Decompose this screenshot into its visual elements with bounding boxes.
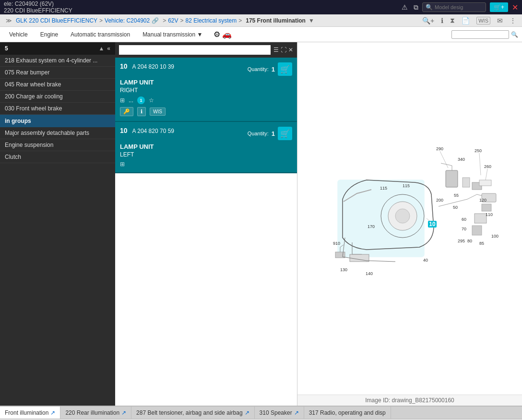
thumb-tab-radio-label: 317 Radio, operating and disp — [309, 409, 386, 416]
thumbnail-tabs: Front illumination ↗ 220 Rear illuminati… — [0, 407, 522, 419]
sidebar-up-icon[interactable]: ▲ — [98, 45, 104, 52]
parts-search-input[interactable] — [119, 45, 271, 55]
thumb-tab-radio[interactable]: 317 Radio, operating and disp — [304, 407, 391, 419]
breadcrumb-electrical[interactable]: 82 Electrical system — [186, 17, 237, 24]
thumb-tab-front-edit-icon[interactable]: ↗ — [50, 409, 55, 416]
tab-vehicle[interactable]: Vehicle — [4, 29, 33, 40]
sidebar-page-number: 5 — [5, 45, 8, 52]
part-1-code: A 204 820 10 39 — [132, 63, 174, 70]
part-2-number-row: 10 A 204 820 70 59 — [120, 127, 174, 134]
part-1-info-icon[interactable]: ℹ — [137, 107, 146, 116]
expand-icon[interactable]: ⛶ — [281, 47, 286, 53]
vehicle-info: ele: C204902 (62V) 220 CDI BlueEFFICIENC… — [4, 0, 72, 14]
sidebar-item-200[interactable]: 200 Charge air cooling — [0, 91, 115, 103]
svg-text:130: 130 — [340, 267, 347, 272]
part-2-name: LAMP UNIT — [120, 143, 292, 150]
part-1-key-icon[interactable]: 🔑 — [120, 107, 133, 116]
main-layout: 5 ▲ « 218 Exhaust system on 4-cylinder .… — [0, 42, 522, 406]
breadcrumb-arrow3: > — [180, 17, 184, 24]
svg-text:250: 250 — [475, 148, 482, 153]
image-id-bar: Image ID: drawing_B82175000160 — [297, 395, 522, 406]
breadcrumb-vehicle[interactable]: Vehicle: C204902 — [105, 17, 150, 24]
sidebar-item-engine-suspension[interactable]: Engine suspension — [0, 139, 115, 151]
part-1-grid-icon[interactable]: ⊞ — [120, 97, 125, 104]
cart-button[interactable]: 🛒+ — [490, 2, 508, 12]
sidebar-section-in-groups: in groups — [0, 115, 115, 127]
svg-text:10: 10 — [429, 221, 436, 228]
breadcrumb-current: 175 Front illumination — [246, 17, 306, 24]
svg-text:60: 60 — [462, 217, 466, 222]
svg-text:170: 170 — [368, 224, 375, 229]
top-bar-icons: ⚠ ⧉ — [402, 3, 418, 12]
warning-icon[interactable]: ⚠ — [402, 3, 408, 11]
zoom-in-icon[interactable]: 🔍+ — [422, 17, 434, 24]
part-2-grid-icon[interactable]: ⊞ — [120, 161, 125, 168]
svg-text:70: 70 — [462, 227, 466, 231]
info-icon[interactable]: ℹ — [441, 17, 443, 24]
breadcrumb-glk[interactable]: GLK 220 CDI BlueEFFICIENCY — [16, 17, 97, 24]
tab-manual[interactable]: Manual transmission ▼ — [137, 29, 208, 40]
svg-text:260: 260 — [484, 164, 491, 169]
breadcrumb-bar: ≫ GLK 220 CDI BlueEFFICIENCY > Vehicle: … — [0, 14, 522, 27]
svg-rect-14 — [472, 226, 482, 235]
breadcrumb-separator: ≫ — [6, 17, 12, 24]
middle-header-icons: ☰ ⛶ ✕ — [273, 47, 293, 53]
menu-icon[interactable]: ⋮ — [510, 17, 516, 24]
document-icon[interactable]: 📄 — [462, 17, 470, 24]
sidebar-item-075[interactable]: 075 Rear bumper — [0, 67, 115, 79]
filter-icon[interactable]: ⧗ — [450, 16, 455, 24]
sidebar-item-030[interactable]: 030 Front wheel brake — [0, 103, 115, 115]
thumb-tab-speaker[interactable]: 310 Speaker ↗ — [255, 407, 304, 419]
thumb-tab-speaker-edit-icon[interactable]: ↗ — [294, 409, 299, 416]
wis-icon[interactable]: WIS — [476, 17, 490, 24]
toolbar-search-input[interactable] — [451, 30, 509, 39]
part-card-1[interactable]: 10 A 204 820 10 39 Quantity: 1 🛒 LAMP UN… — [115, 58, 297, 122]
bottom-section: Front illumination ↗ 220 Rear illuminati… — [0, 406, 522, 420]
thumb-tab-belt-label: 287 Belt tensioner, airbag and side airb… — [136, 409, 243, 416]
email-icon[interactable]: ✉ — [497, 17, 503, 24]
thumb-tab-front[interactable]: Front illumination ↗ — [0, 407, 60, 419]
part-card-2[interactable]: 10 A 204 820 70 59 Quantity: 1 🛒 LAMP UN… — [115, 122, 297, 173]
tab-engine[interactable]: Engine — [35, 29, 63, 40]
part-1-wis-icon[interactable]: WIS — [150, 108, 166, 116]
car-icon[interactable]: 🚗 — [222, 30, 232, 39]
part-2-actions: ⊞ — [120, 161, 292, 168]
part-1-cart-button[interactable]: 🛒 — [278, 62, 292, 76]
sidebar-collapse-icon[interactable]: « — [107, 45, 110, 52]
thumb-tab-rear[interactable]: 220 Rear illumination ↗ — [60, 407, 131, 419]
thumb-tab-belt-edit-icon[interactable]: ↗ — [245, 409, 249, 416]
part-2-cart-button[interactable]: 🛒 — [278, 127, 292, 140]
thumb-tab-rear-edit-icon[interactable]: ↗ — [121, 409, 126, 416]
sidebar-item-major-assembly[interactable]: Major assembly detachable parts — [0, 127, 115, 139]
search-box[interactable]: 🔍 — [422, 2, 486, 12]
svg-rect-13 — [475, 214, 486, 223]
dropdown-arrow-icon[interactable]: ▼ — [308, 17, 314, 24]
svg-text:120: 120 — [479, 198, 486, 203]
sidebar-item-218[interactable]: 218 Exhaust system on 4-cylinder ... — [0, 55, 115, 67]
diagram-container: 290 250 260 340 170 115 115 — [297, 42, 522, 395]
list-view-icon[interactable]: ☰ — [273, 47, 279, 53]
svg-text:115: 115 — [403, 183, 410, 188]
copy-icon[interactable]: ⧉ — [414, 3, 418, 12]
thumb-tab-belt[interactable]: 287 Belt tensioner, airbag and side airb… — [131, 407, 255, 419]
close-icon[interactable]: ✕ — [512, 3, 518, 12]
sidebar-item-045[interactable]: 045 Rear wheel brake — [0, 79, 115, 91]
svg-rect-10 — [479, 180, 491, 186]
breadcrumb-62v[interactable]: 62V — [168, 17, 178, 24]
middle-panel: ☰ ⛶ ✕ 10 A 204 820 10 39 Quantity: 1 🛒 — [115, 42, 297, 406]
svg-text:295: 295 — [458, 239, 465, 243]
sidebar-header: 5 ▲ « — [0, 42, 115, 55]
vehicle-link-icon[interactable]: 🔗 — [152, 17, 159, 24]
part-1-detail: RIGHT — [120, 87, 292, 94]
search-input[interactable] — [435, 4, 483, 10]
svg-text:290: 290 — [436, 146, 443, 151]
tab-automatic[interactable]: Automatic transmission — [65, 29, 135, 40]
settings-icon[interactable]: ⚙ — [214, 30, 220, 39]
part-1-star-icon[interactable]: ☆ — [149, 97, 154, 104]
part-2-code: A 204 820 70 59 — [132, 128, 174, 134]
svg-text:55: 55 — [454, 193, 459, 198]
toolbar-search-icon[interactable]: 🔍 — [511, 31, 518, 38]
search-icon: 🔍 — [426, 4, 433, 11]
sidebar-item-clutch[interactable]: Clutch — [0, 151, 115, 163]
close-panel-icon[interactable]: ✕ — [288, 47, 293, 53]
